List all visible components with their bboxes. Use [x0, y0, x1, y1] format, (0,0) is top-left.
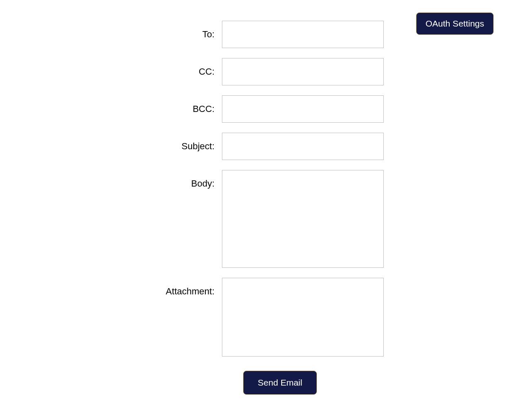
- cc-input[interactable]: [222, 58, 384, 85]
- to-row: To:: [147, 21, 384, 48]
- bcc-row: BCC:: [147, 95, 384, 123]
- bcc-input[interactable]: [222, 95, 384, 123]
- bcc-label: BCC:: [147, 95, 222, 114]
- subject-label: Subject:: [147, 133, 222, 152]
- body-label: Body:: [147, 170, 222, 189]
- cc-row: CC:: [147, 58, 384, 85]
- attachment-row: Attachment:: [147, 278, 384, 357]
- attachment-dropzone[interactable]: [222, 278, 384, 357]
- subject-row: Subject:: [147, 133, 384, 160]
- cc-label: CC:: [147, 58, 222, 77]
- oauth-settings-button[interactable]: OAuth Settings: [416, 12, 494, 35]
- attachment-label: Attachment:: [147, 278, 222, 297]
- send-row: Send Email: [147, 371, 384, 395]
- subject-input[interactable]: [222, 133, 384, 160]
- send-email-button[interactable]: Send Email: [243, 371, 317, 395]
- email-form: To: CC: BCC: Subject: Body: Attachment: …: [0, 0, 531, 395]
- body-textarea[interactable]: [222, 170, 384, 268]
- to-input[interactable]: [222, 21, 384, 48]
- to-label: To:: [147, 21, 222, 40]
- body-row: Body:: [147, 170, 384, 268]
